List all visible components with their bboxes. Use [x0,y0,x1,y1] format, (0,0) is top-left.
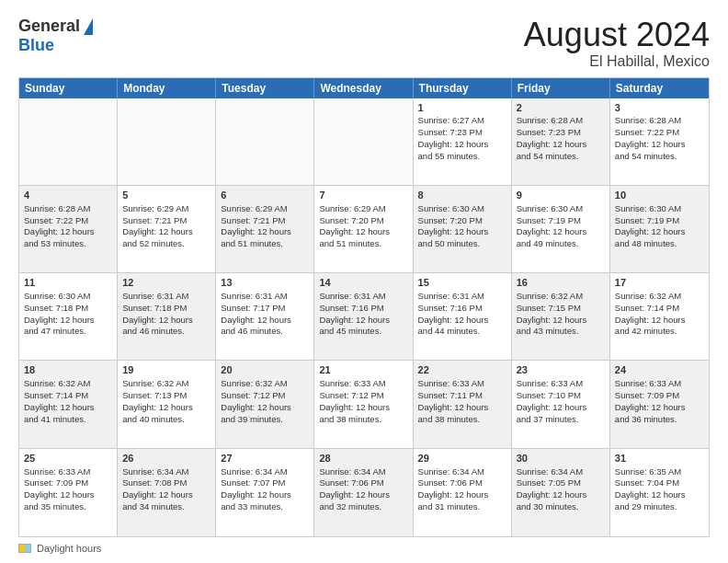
calendar-week: 18Sunrise: 6:32 AMSunset: 7:14 PMDayligh… [19,361,709,448]
day-info: Daylight: 12 hours [319,226,407,238]
day-number: 2 [517,101,605,115]
day-info: Sunset: 7:07 PM [221,477,309,489]
calendar-cell: 28Sunrise: 6:34 AMSunset: 7:06 PMDayligh… [314,449,413,536]
day-info: Sunrise: 6:34 AM [517,466,605,478]
day-info: Sunrise: 6:30 AM [24,291,112,303]
day-info: and 35 minutes. [24,501,112,513]
day-info: Sunset: 7:12 PM [319,390,407,402]
day-number: 16 [517,276,605,290]
day-info: and 36 minutes. [615,414,704,426]
day-number: 11 [24,276,112,290]
day-number: 15 [418,276,506,290]
calendar-cell: 12Sunrise: 6:31 AMSunset: 7:18 PMDayligh… [118,273,216,360]
day-info: Daylight: 12 hours [615,226,704,238]
day-info: Sunrise: 6:31 AM [122,291,210,303]
calendar-cell: 23Sunrise: 6:33 AMSunset: 7:10 PMDayligh… [512,361,610,447]
day-info: Sunrise: 6:34 AM [418,466,506,478]
logo: General [18,17,93,36]
calendar-cell: 24Sunrise: 6:33 AMSunset: 7:09 PMDayligh… [610,361,709,447]
calendar-header-cell: Saturday [610,78,709,98]
day-info: Daylight: 12 hours [418,226,506,238]
day-info: and 31 minutes. [418,501,506,513]
day-info: Sunrise: 6:29 AM [319,203,407,215]
day-info: and 45 minutes. [319,326,407,338]
day-info: Sunrise: 6:30 AM [418,203,506,215]
calendar-week: 1Sunrise: 6:27 AMSunset: 7:23 PMDaylight… [19,98,709,186]
day-info: Daylight: 12 hours [24,226,112,238]
day-info: Daylight: 12 hours [221,226,309,238]
calendar-cell [216,98,314,185]
day-info: Daylight: 12 hours [319,402,407,414]
day-number: 1 [418,101,506,115]
day-info: Sunset: 7:23 PM [517,127,605,139]
day-info: Sunset: 7:18 PM [122,303,210,315]
day-info: and 39 minutes. [221,414,309,426]
footer: Daylight hours [18,543,710,554]
day-info: Sunrise: 6:28 AM [615,115,704,127]
day-info: Sunset: 7:06 PM [418,477,506,489]
day-info: Sunrise: 6:33 AM [615,378,704,390]
calendar-cell: 4Sunrise: 6:28 AMSunset: 7:22 PMDaylight… [19,186,118,272]
day-info: Daylight: 12 hours [122,315,210,327]
day-info: Sunset: 7:17 PM [221,303,309,315]
day-info: Daylight: 12 hours [418,402,506,414]
calendar-cell: 10Sunrise: 6:30 AMSunset: 7:19 PMDayligh… [610,186,709,272]
calendar-cell: 29Sunrise: 6:34 AMSunset: 7:06 PMDayligh… [414,449,512,536]
calendar-cell: 2Sunrise: 6:28 AMSunset: 7:23 PMDaylight… [512,98,610,185]
day-info: Daylight: 12 hours [24,315,112,327]
calendar-cell: 7Sunrise: 6:29 AMSunset: 7:20 PMDaylight… [314,186,413,272]
day-info: and 29 minutes. [615,501,704,513]
day-number: 19 [122,363,210,377]
day-info: and 30 minutes. [517,501,605,513]
logo-text-blue: Blue [18,36,54,55]
day-number: 22 [418,363,506,377]
logo-text-general: General [18,17,80,36]
day-info: Daylight: 12 hours [615,139,704,151]
day-info: and 48 minutes. [615,238,704,250]
day-info: Sunset: 7:13 PM [122,390,210,402]
location: El Habillal, Mexico [524,53,710,70]
day-info: Daylight: 12 hours [517,489,605,501]
day-number: 13 [221,276,309,290]
day-info: Daylight: 12 hours [122,402,210,414]
day-info: Sunrise: 6:32 AM [221,378,309,390]
day-number: 3 [615,101,704,115]
calendar-cell: 8Sunrise: 6:30 AMSunset: 7:20 PMDaylight… [414,186,512,272]
calendar-header-cell: Tuesday [216,78,314,98]
day-number: 7 [319,189,407,202]
day-info: and 38 minutes. [418,414,506,426]
day-info: Sunset: 7:22 PM [615,127,704,139]
day-info: Sunset: 7:23 PM [418,127,506,139]
day-info: Sunset: 7:19 PM [615,215,704,227]
day-info: and 55 minutes. [418,151,506,163]
day-info: and 51 minutes. [221,238,309,250]
day-info: and 44 minutes. [418,326,506,338]
day-info: and 49 minutes. [517,238,605,250]
day-info: Sunset: 7:05 PM [517,477,605,489]
day-info: and 34 minutes. [122,501,210,513]
logo-triangle-icon [84,18,93,35]
calendar-cell: 21Sunrise: 6:33 AMSunset: 7:12 PMDayligh… [314,361,413,447]
calendar-cell [314,98,413,185]
day-info: Daylight: 12 hours [319,315,407,327]
day-info: Daylight: 12 hours [615,315,704,327]
day-info: and 53 minutes. [24,238,112,250]
calendar-header-cell: Sunday [19,78,118,98]
calendar-body: 1Sunrise: 6:27 AMSunset: 7:23 PMDaylight… [19,98,709,536]
day-number: 23 [517,363,605,377]
day-info: Sunrise: 6:33 AM [517,378,605,390]
day-info: Sunset: 7:08 PM [122,477,210,489]
day-info: Sunset: 7:04 PM [615,477,704,489]
day-info: and 37 minutes. [517,414,605,426]
day-info: Daylight: 12 hours [517,226,605,238]
page: General Blue August 2024 El Habillal, Me… [0,0,728,563]
day-number: 12 [122,276,210,290]
day-info: Sunrise: 6:31 AM [319,291,407,303]
day-info: Sunrise: 6:33 AM [319,378,407,390]
day-info: and 42 minutes. [615,326,704,338]
daylight-icon [18,544,31,553]
day-info: Daylight: 12 hours [615,402,704,414]
day-info: Sunrise: 6:33 AM [24,466,112,478]
calendar-cell [19,98,118,185]
footer-label: Daylight hours [37,543,101,554]
